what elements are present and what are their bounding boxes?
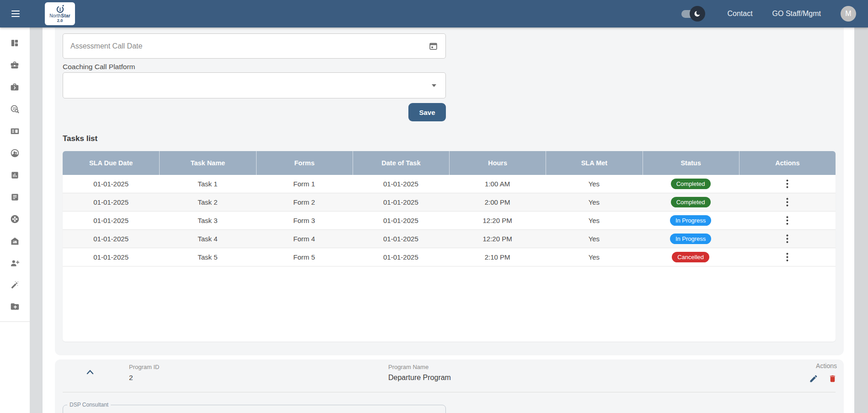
column-header: Date of Task (353, 151, 449, 175)
table-cell: Task 2 (159, 193, 256, 211)
table-cell: 01-01-2025 (63, 212, 159, 229)
table-cell: Form 2 (256, 193, 353, 211)
top-navbar: NorthStar 2.0 Contact GO Staff/Mgmt M (0, 0, 868, 27)
delete-trash-icon[interactable] (828, 374, 837, 383)
logo-info-icon (56, 5, 64, 13)
dark-mode-toggle[interactable] (681, 6, 704, 22)
assessment-call-date-input[interactable]: Assessment Call Date (63, 33, 446, 59)
status-badge: Completed (671, 179, 711, 189)
program-id-label: Program ID (129, 364, 159, 370)
table-cell: 12:20 PM (449, 212, 546, 229)
date-placeholder: Assessment Call Date (70, 42, 142, 50)
status-badge: Completed (671, 197, 711, 207)
table-cell: Yes (546, 248, 642, 266)
table-cell: Yes (546, 193, 642, 211)
status-badge: In Progress (670, 215, 711, 226)
program-card-divider (63, 392, 836, 392)
table-cell: Yes (546, 175, 642, 193)
row-menu-kebab-icon[interactable] (786, 179, 788, 188)
table-cell: 01-01-2025 (353, 193, 449, 211)
left-sidebar (0, 27, 30, 322)
table-cell: 2:00 PM (449, 193, 546, 211)
briefcase-arrow-icon[interactable] (9, 82, 20, 92)
supervised-user-icon[interactable] (9, 147, 20, 158)
platform-field-label: Coaching Call Platform (63, 63, 135, 71)
save-button[interactable]: Save (408, 103, 446, 121)
hamburger-menu-icon[interactable] (11, 11, 20, 17)
page-scrollbar[interactable] (854, 27, 868, 413)
status-badge: Cancelled (672, 252, 709, 262)
table-cell: 01-01-2025 (63, 248, 159, 266)
table-cell: Yes (546, 212, 642, 229)
briefcase-icon[interactable] (9, 60, 20, 71)
home-shelter-icon[interactable] (9, 235, 20, 246)
table-cell: Yes (546, 230, 642, 248)
brand-version: 2.0 (57, 18, 63, 23)
table-cell: 01-01-2025 (63, 230, 159, 248)
table-row: 01-01-2025Task 2Form 201-01-20252:00 PMY… (63, 193, 836, 212)
table-cell: 01-01-2025 (63, 193, 159, 211)
dsp-consultant-field[interactable]: DSP Consultant (63, 402, 446, 413)
article-icon[interactable] (9, 191, 20, 202)
moon-icon (693, 10, 702, 18)
program-actions-label: Actions (809, 362, 837, 370)
collapse-program-button[interactable] (85, 367, 96, 378)
app-logo[interactable]: NorthStar 2.0 (45, 2, 75, 25)
reel-icon[interactable] (9, 213, 20, 224)
user-avatar[interactable]: M (841, 6, 856, 22)
table-header-row: SLA Due DateTask NameFormsDate of TaskHo… (63, 151, 836, 175)
staff-mgmt-link[interactable]: GO Staff/Mgmt (772, 10, 821, 18)
row-menu-kebab-icon[interactable] (786, 198, 788, 206)
edit-pencil-icon[interactable] (809, 374, 818, 383)
table-cell: 01-01-2025 (353, 230, 449, 248)
program-name-label: Program Name (388, 364, 451, 370)
magic-wand-icon[interactable] (9, 279, 20, 290)
contact-link[interactable]: Contact (727, 10, 752, 18)
table-cell: Form 3 (256, 212, 353, 229)
table-cell: 01-01-2025 (353, 175, 449, 193)
row-menu-kebab-icon[interactable] (786, 216, 788, 225)
toggle-thumb (690, 6, 705, 22)
dsp-consultant-label: DSP Consultant (67, 402, 111, 408)
brand-name: NorthStar (49, 14, 70, 18)
table-cell: Task 3 (159, 212, 256, 229)
table-cell: Task 5 (159, 248, 256, 266)
column-header: Forms (256, 151, 353, 175)
table-row: 01-01-2025Task 4Form 401-01-202512:20 PM… (63, 230, 836, 248)
tasks-list-title: Tasks list (63, 134, 97, 143)
calendar-icon[interactable] (429, 41, 438, 51)
table-cell: Task 1 (159, 175, 256, 193)
column-header: SLA Due Date (63, 151, 159, 175)
column-header: SLA Met (546, 151, 642, 175)
column-header: Actions (739, 151, 836, 175)
table-row: 01-01-2025Task 5Form 501-01-20252:10 PMY… (63, 248, 836, 266)
status-badge: In Progress (670, 234, 711, 244)
table-cell: Task 4 (159, 230, 256, 248)
bar-chart-icon[interactable] (9, 169, 20, 180)
table-cell: 01-01-2025 (353, 212, 449, 229)
coaching-call-platform-select[interactable] (63, 72, 446, 98)
table-cell: 1:00 AM (449, 175, 546, 193)
dashboard-icon[interactable] (9, 38, 20, 49)
program-id-value: 2 (129, 374, 159, 382)
folder-add-icon[interactable] (9, 301, 20, 312)
travel-explore-icon[interactable] (9, 103, 20, 114)
column-header: Task Name (159, 151, 256, 175)
row-menu-kebab-icon[interactable] (786, 253, 788, 261)
row-menu-kebab-icon[interactable] (786, 234, 788, 243)
table-cell: 01-01-2025 (353, 248, 449, 266)
program-details-panel: Assessment Call Date Coaching Call Platf… (55, 27, 844, 355)
table-cell: Form 4 (256, 230, 353, 248)
table-row: 01-01-2025Task 1Form 101-01-20251:00 AMY… (63, 175, 836, 193)
program-card: Program ID 2 Program Name Departure Prog… (55, 359, 844, 413)
person-add-icon[interactable] (9, 257, 20, 268)
table-cell: 2:10 PM (449, 248, 546, 266)
table-cell: Form 5 (256, 248, 353, 266)
column-header: Hours (449, 151, 546, 175)
table-row: 01-01-2025Task 3Form 301-01-202512:20 PM… (63, 212, 836, 230)
program-name-value: Departure Program (388, 374, 451, 382)
sidebar-scrollbar[interactable] (30, 27, 43, 413)
newspaper-icon[interactable] (9, 125, 20, 136)
column-header: Status (643, 151, 739, 175)
table-body: 01-01-2025Task 1Form 101-01-20251:00 AMY… (63, 175, 836, 266)
